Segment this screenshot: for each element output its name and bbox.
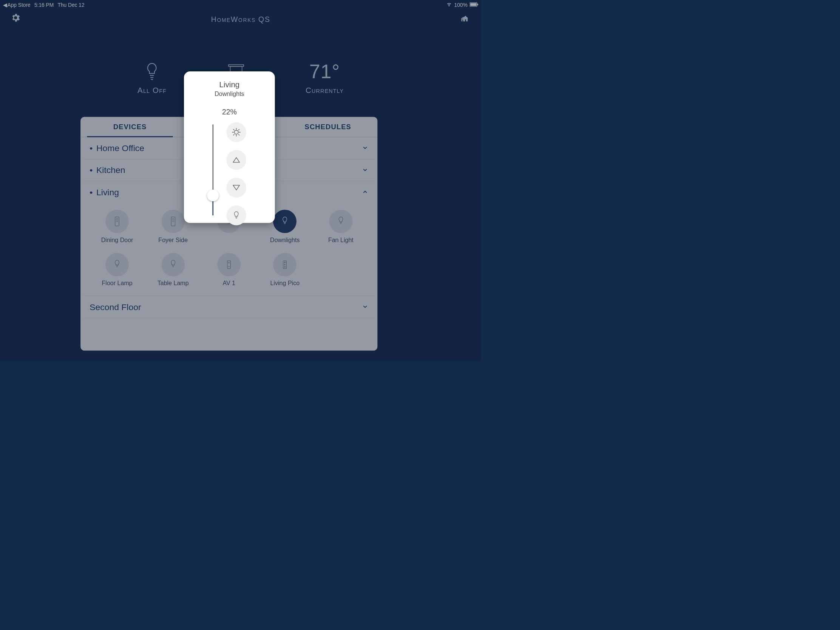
svg-point-20 <box>284 266 286 267</box>
wifi-icon <box>446 1 452 8</box>
popup-device: Downlights <box>215 91 244 98</box>
status-time: 5:16 PM <box>35 2 54 8</box>
tab-schedules[interactable]: SCHEDULES <box>278 117 377 137</box>
back-to-app[interactable]: ◀App Store <box>3 2 31 8</box>
svg-rect-14 <box>227 261 231 268</box>
status-date: Thu Dec 12 <box>57 2 84 8</box>
chevron-up-icon <box>362 187 368 197</box>
lower-button[interactable] <box>226 177 246 197</box>
full-on-button[interactable] <box>226 122 246 142</box>
battery-icon <box>469 2 478 8</box>
svg-point-19 <box>284 264 286 265</box>
device-dining-door[interactable]: Dining Door <box>89 210 145 243</box>
full-off-button[interactable] <box>226 205 246 226</box>
raise-button[interactable] <box>226 150 246 170</box>
device-living-pico[interactable]: Living Pico <box>257 253 313 287</box>
temperature-display[interactable]: 71° Currently <box>306 60 344 95</box>
device-fan-light[interactable]: Fan Light <box>313 210 369 243</box>
svg-marker-30 <box>233 158 240 163</box>
battery-percent: 100% <box>455 2 467 8</box>
chevron-down-icon <box>362 143 368 153</box>
bulb-icon <box>137 60 167 82</box>
all-off-button[interactable]: All Off <box>137 60 167 95</box>
svg-line-29 <box>238 129 239 130</box>
slider-handle[interactable] <box>207 189 219 201</box>
app-title: HomeWorks QS <box>0 15 481 24</box>
chevron-down-icon <box>362 302 368 312</box>
device-av1[interactable]: AV 1 <box>201 253 257 287</box>
svg-rect-2 <box>477 4 478 6</box>
svg-line-27 <box>238 134 239 135</box>
second-floor-row[interactable]: Second Floor <box>83 296 375 318</box>
device-floor-lamp[interactable]: Floor Lamp <box>89 253 145 287</box>
device-table-lamp[interactable]: Table Lamp <box>145 253 201 287</box>
status-bar: ◀App Store 5:16 PM Thu Dec 12 100% <box>0 0 481 10</box>
svg-line-26 <box>234 129 234 130</box>
popup-percent: 22% <box>222 107 237 116</box>
dimmer-popup: Living Downlights 22% <box>184 71 275 223</box>
tab-devices[interactable]: DEVICES <box>81 117 179 137</box>
svg-line-28 <box>234 134 234 135</box>
popup-room: Living <box>219 80 240 89</box>
dimmer-slider[interactable] <box>213 124 213 215</box>
svg-marker-31 <box>233 185 240 190</box>
svg-point-21 <box>234 130 238 134</box>
chevron-down-icon <box>362 166 368 175</box>
svg-rect-1 <box>470 3 477 6</box>
svg-point-18 <box>284 262 286 263</box>
